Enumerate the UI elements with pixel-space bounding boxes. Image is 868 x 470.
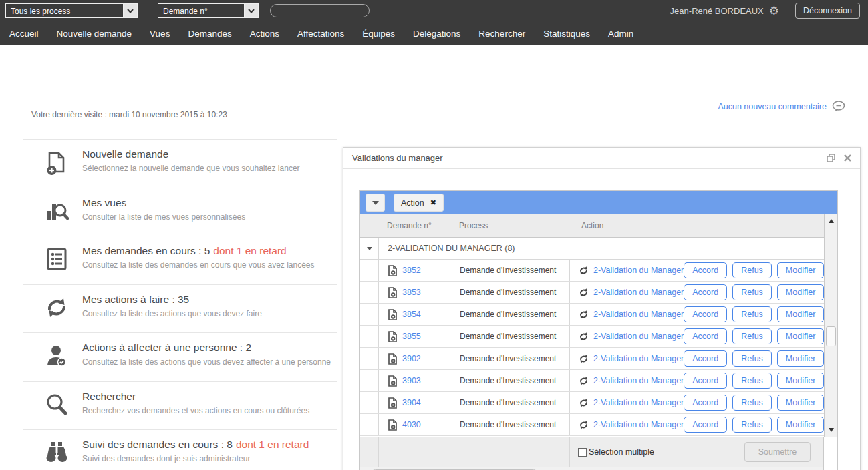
request-id-link[interactable]: 3855 bbox=[402, 332, 421, 341]
accord-button[interactable]: Accord bbox=[684, 284, 727, 300]
multi-select-checkbox[interactable] bbox=[578, 448, 587, 457]
nav-item[interactable]: Actions bbox=[250, 29, 279, 39]
user-name: Jean-René BORDEAUX bbox=[670, 6, 764, 16]
comment-bubble-icon bbox=[832, 101, 845, 112]
modifier-button[interactable]: Modifier bbox=[777, 373, 824, 389]
menu-item-actions-affecter[interactable]: Actions à affecter à une personne : 2 Co… bbox=[23, 332, 337, 381]
action-step-link[interactable]: 2-Validation du Manager bbox=[593, 354, 684, 363]
modifier-button[interactable]: Modifier bbox=[777, 417, 824, 433]
modifier-button[interactable]: Modifier bbox=[777, 284, 824, 300]
action-step-link[interactable]: 2-Validation du Manager bbox=[593, 266, 684, 275]
modifier-button[interactable]: Modifier bbox=[777, 306, 824, 322]
request-id-link[interactable]: 3853 bbox=[402, 288, 421, 297]
horizontal-scrollbar[interactable] bbox=[360, 467, 824, 470]
table-row: 3854 Demande d'Investissement bbox=[360, 304, 824, 326]
vertical-scrollbar-thumb[interactable] bbox=[826, 326, 836, 346]
group-collapse-button[interactable] bbox=[360, 238, 378, 259]
column-header-process[interactable]: Process bbox=[454, 214, 569, 237]
menu-item-title: Nouvelle demande bbox=[82, 148, 300, 160]
nav-item[interactable]: Nouvelle demande bbox=[57, 29, 132, 39]
request-id-link[interactable]: 3903 bbox=[402, 376, 421, 385]
modifier-button[interactable]: Modifier bbox=[777, 395, 824, 411]
popout-icon[interactable] bbox=[827, 154, 835, 162]
table-row: 3855 Demande d'Investissement bbox=[360, 326, 824, 348]
logout-button[interactable]: Déconnexion bbox=[795, 3, 860, 19]
refus-button[interactable]: Refus bbox=[732, 373, 772, 389]
accord-button[interactable]: Accord bbox=[684, 262, 727, 278]
accord-button[interactable]: Accord bbox=[684, 373, 727, 389]
request-id-link[interactable]: 3852 bbox=[402, 266, 421, 275]
process-name: Demande d'Investissement bbox=[460, 266, 556, 275]
validations-panel: Validations du manager bbox=[343, 147, 861, 470]
menu-item-subtitle: Suivi des demandes dont je suis administ… bbox=[82, 454, 309, 463]
scroll-left-arrow[interactable] bbox=[360, 467, 371, 470]
accord-button[interactable]: Accord bbox=[684, 328, 727, 344]
request-id-link[interactable]: 3854 bbox=[402, 310, 421, 319]
search-type-select[interactable]: Demande n° bbox=[158, 3, 259, 18]
request-id-link[interactable]: 3904 bbox=[402, 398, 421, 407]
vertical-scrollbar[interactable] bbox=[824, 214, 837, 437]
refus-button[interactable]: Refus bbox=[732, 395, 772, 411]
refus-button[interactable]: Refus bbox=[732, 306, 772, 322]
action-step-link[interactable]: 2-Validation du Manager bbox=[593, 288, 684, 297]
refus-button[interactable]: Refus bbox=[732, 262, 772, 278]
gear-icon[interactable]: ⚙ bbox=[769, 5, 779, 17]
requests-grid: Action ✖ Demande n° Process Action 2-VAL… bbox=[359, 190, 838, 470]
grid-footer: Sélection multiple Soumettre bbox=[360, 437, 824, 467]
menu-item-mes-vues[interactable]: Mes vues Consulter la liste de mes vues … bbox=[23, 188, 337, 236]
nav-item[interactable]: Équipes bbox=[362, 29, 395, 39]
menu-item-subtitle: Consultez la liste des actions que vous … bbox=[82, 357, 331, 367]
menu-item-mes-demandes[interactable]: Mes demandes en cours : 5dont 1 en retar… bbox=[23, 236, 337, 284]
scroll-right-arrow[interactable] bbox=[813, 467, 823, 470]
menu-item-mes-actions[interactable]: Mes actions à faire : 35 Consultez la li… bbox=[23, 284, 337, 333]
nav-item[interactable]: Rechercher bbox=[478, 29, 525, 39]
comments-link[interactable]: Aucun nouveau commentaire bbox=[718, 101, 845, 112]
nav-item[interactable]: Demandes bbox=[188, 29, 231, 39]
modifier-button[interactable]: Modifier bbox=[777, 328, 824, 344]
refus-button[interactable]: Refus bbox=[732, 284, 772, 300]
nav-item[interactable]: Admin bbox=[608, 29, 633, 39]
modifier-button[interactable]: Modifier bbox=[777, 262, 824, 278]
nav-item[interactable]: Statistiques bbox=[543, 29, 590, 39]
action-step-link[interactable]: 2-Validation du Manager bbox=[593, 332, 684, 341]
scroll-up-arrow[interactable] bbox=[825, 216, 837, 226]
close-icon[interactable] bbox=[844, 154, 851, 162]
nav-item[interactable]: Vues bbox=[150, 29, 170, 39]
filter-chip-action[interactable]: Action ✖ bbox=[394, 194, 444, 212]
column-header-action[interactable]: Action bbox=[569, 214, 824, 237]
menu-item-suivi-demandes[interactable]: Suivi des demandes en cours : 8dont 1 en… bbox=[23, 429, 337, 470]
accord-button[interactable]: Accord bbox=[684, 350, 727, 367]
menu-item-nouvelle-demande[interactable]: Nouvelle demande Sélectionnez la nouvell… bbox=[23, 139, 337, 188]
action-step-link[interactable]: 2-Validation du Manager bbox=[593, 398, 684, 407]
action-step-link[interactable]: 2-Validation du Manager bbox=[593, 310, 684, 319]
action-step-link[interactable]: 2-Validation du Manager bbox=[593, 420, 684, 429]
menu-item-rechercher[interactable]: Rechercher Recherchez vos demandes et vo… bbox=[23, 381, 337, 430]
request-id-link[interactable]: 3902 bbox=[402, 354, 421, 363]
menu-item-title: Actions à affecter à une personne : 2 bbox=[82, 342, 331, 354]
menu-item-title: Suivi des demandes en cours : 8dont 1 en… bbox=[82, 439, 309, 451]
table-row: 4030 Demande d'Investissement bbox=[360, 414, 824, 436]
accord-button[interactable]: Accord bbox=[684, 417, 727, 433]
refresh-icon bbox=[579, 332, 589, 342]
nav-item[interactable]: Délégations bbox=[413, 29, 460, 39]
search-input[interactable] bbox=[270, 4, 370, 17]
refus-button[interactable]: Refus bbox=[732, 417, 772, 433]
submit-button[interactable]: Soumettre bbox=[744, 442, 811, 462]
column-header-demande[interactable]: Demande n° bbox=[378, 214, 454, 237]
nav-item[interactable]: Affectations bbox=[297, 29, 344, 39]
table-row: 3904 Demande d'Investissement bbox=[360, 392, 824, 414]
action-step-link[interactable]: 2-Validation du Manager bbox=[593, 376, 684, 385]
refus-button[interactable]: Refus bbox=[732, 350, 772, 367]
modifier-button[interactable]: Modifier bbox=[777, 350, 824, 367]
scroll-down-arrow[interactable] bbox=[825, 425, 837, 435]
request-id-link[interactable]: 4030 bbox=[402, 420, 421, 429]
binoculars-icon bbox=[42, 439, 71, 470]
process-filter-select[interactable]: Tous les process bbox=[5, 3, 138, 18]
nav-item[interactable]: Accueil bbox=[9, 29, 39, 39]
remove-filter-icon[interactable]: ✖ bbox=[430, 198, 436, 207]
filter-dropdown-button[interactable] bbox=[366, 194, 385, 212]
refus-button[interactable]: Refus bbox=[732, 328, 772, 344]
grid-filter-bar: Action ✖ bbox=[360, 191, 837, 214]
accord-button[interactable]: Accord bbox=[684, 306, 727, 322]
accord-button[interactable]: Accord bbox=[684, 395, 727, 411]
